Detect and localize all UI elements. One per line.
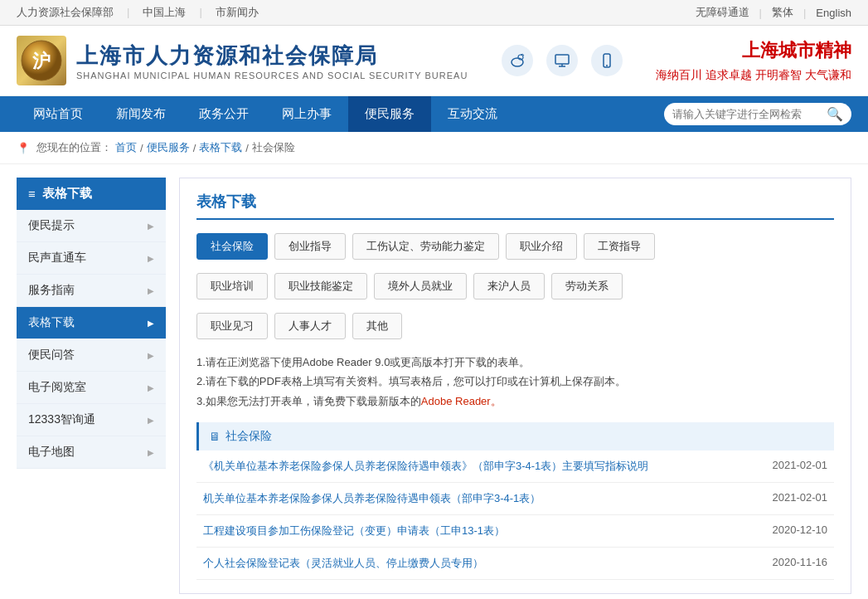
divider1: | xyxy=(759,7,762,19)
category-tabs-row2: 职业培训 职业技能鉴定 境外人员就业 来沪人员 劳动关系 xyxy=(196,273,834,300)
breadcrumb-sep3: / xyxy=(245,142,249,154)
cat-voc-training[interactable]: 职业培训 xyxy=(196,273,268,300)
logo-icon: 沪 xyxy=(17,36,66,85)
traditional-chinese-link[interactable]: 繁体 xyxy=(772,5,793,20)
form-date: 2021-02-01 xyxy=(751,450,834,483)
search-icon[interactable]: 🔍 xyxy=(827,106,843,122)
adobe-reader-link[interactable]: Adobe Reader。 xyxy=(421,395,502,407)
top-bar: 人力资源社会保障部 中国上海 市新闻办 无障碍通道 | 繁体 | English xyxy=(0,0,868,26)
desktop-icon[interactable] xyxy=(546,45,578,76)
cat-social-insurance[interactable]: 社会保险 xyxy=(196,233,268,260)
table-row: 个人社会保险登记表（灵活就业人员、停止缴费人员专用） 2020-11-16 xyxy=(196,548,834,580)
form-link[interactable]: 个人社会保险登记表（灵活就业人员、停止缴费人员专用） xyxy=(203,557,483,569)
breadcrumb-sep2: / xyxy=(193,142,196,154)
breadcrumb-citizen[interactable]: 便民服务 xyxy=(147,140,190,155)
content-title: 表格下载 xyxy=(196,192,834,220)
breadcrumb-sep1: / xyxy=(140,142,143,154)
arrow-icon: ▶ xyxy=(148,254,154,263)
instructions: 1.请在正浏览器下使用Adobe Reader 9.0或更高版本打开下载的表单。… xyxy=(196,353,834,411)
breadcrumb-label: 您现在的位置： xyxy=(36,140,112,155)
header: 沪 上海市人力资源和社会保障局 SHANGHAI MUNICIPAL HUMAN… xyxy=(0,26,868,96)
nav-search: 🔍 xyxy=(664,103,851,125)
logo-area: 沪 上海市人力资源和社会保障局 SHANGHAI MUNICIPAL HUMAN… xyxy=(17,36,468,85)
city-spirit-title: 上海城市精神 xyxy=(742,38,851,63)
form-date: 2021-02-01 xyxy=(751,483,834,515)
nav-news[interactable]: 新闻发布 xyxy=(99,96,182,132)
svg-text:沪: 沪 xyxy=(32,51,51,71)
forms-table: 《机关单位基本养老保险参保人员养老保险待遇申领表》（部申字3-4-1表）主要填写… xyxy=(196,450,834,580)
table-row: 机关单位基本养老保险参保人员养老保险待遇申领表（部申字3-4-1表） 2021-… xyxy=(196,483,834,515)
cat-talent[interactable]: 人事人才 xyxy=(274,313,346,339)
section-icon: 🖥 xyxy=(209,430,221,443)
top-link-hrss[interactable]: 人力资源社会保障部 xyxy=(17,5,129,20)
arrow-icon: ▶ xyxy=(148,448,154,457)
top-link-news[interactable]: 市新闻办 xyxy=(216,5,259,20)
form-link[interactable]: 《机关单位基本养老保险参保人员养老保险待遇申领表》（部申字3-4-1表）主要填写… xyxy=(203,460,648,472)
org-name: 上海市人力资源和社会保障局 xyxy=(76,41,468,71)
logo-text: 上海市人力资源和社会保障局 SHANGHAI MUNICIPAL HUMAN R… xyxy=(76,41,468,80)
table-row: 《机关单位基本养老保险参保人员养老保险待遇申领表》（部申字3-4-1表）主要填写… xyxy=(196,450,834,483)
cat-labor-relations[interactable]: 劳动关系 xyxy=(551,273,623,300)
cat-entrepreneurship[interactable]: 创业指导 xyxy=(274,233,346,260)
divider2: | xyxy=(803,7,806,19)
sidebar-item-faq[interactable]: 便民问答 ▶ xyxy=(17,339,166,372)
list-icon: ≡ xyxy=(28,187,36,201)
form-link[interactable]: 工程建设项目参加工伤保险登记（变更）申请表（工申13-1表） xyxy=(203,524,505,537)
accessibility-link[interactable]: 无障碍通道 xyxy=(696,5,749,20)
arrow-icon: ▶ xyxy=(148,416,154,425)
org-name-en: SHANGHAI MUNICIPAL HUMAN RESOURCES AND S… xyxy=(76,71,468,80)
top-bar-left: 人力资源社会保障部 中国上海 市新闻办 xyxy=(17,5,259,20)
cat-voc-skill[interactable]: 职业技能鉴定 xyxy=(274,273,367,300)
form-name-cell: 工程建设项目参加工伤保险登记（变更）申请表（工申13-1表） xyxy=(196,515,751,548)
form-name-cell: 机关单位基本养老保险参保人员养老保险待遇申领表（部申字3-4-1表） xyxy=(196,483,751,515)
search-input[interactable] xyxy=(672,108,822,120)
sidebar-item-forms[interactable]: 表格下载 ▶ xyxy=(17,307,166,339)
cat-salary[interactable]: 工资指导 xyxy=(584,233,655,260)
top-bar-right: 无障碍通道 | 繁体 | English xyxy=(696,5,851,20)
section-header: 🖥 社会保险 xyxy=(196,422,834,450)
category-tabs-row3: 职业见习 人事人才 其他 xyxy=(196,313,834,339)
sidebar-title: ≡ 表格下载 xyxy=(17,178,166,210)
category-tabs-row1: 社会保险 创业指导 工伤认定、劳动能力鉴定 职业介绍 工资指导 xyxy=(196,233,834,260)
nav-government[interactable]: 政务公开 xyxy=(182,96,265,132)
main-content: ≡ 表格下载 便民提示 ▶ 民声直通车 ▶ 服务指南 ▶ 表格下载 ▶ 便民问答… xyxy=(0,164,868,599)
breadcrumb-home[interactable]: 首页 xyxy=(115,140,137,155)
nav-interaction[interactable]: 互动交流 xyxy=(431,96,514,132)
cat-internship[interactable]: 职业见习 xyxy=(196,313,268,339)
sidebar-item-ereader[interactable]: 电子阅览室 ▶ xyxy=(17,372,166,404)
header-social-icons xyxy=(502,45,623,76)
city-spirit-sub: 海纳百川 追求卓越 开明睿智 大气谦和 xyxy=(656,68,851,83)
mobile-icon[interactable] xyxy=(591,45,623,76)
sidebar-item-voice[interactable]: 民声直通车 ▶ xyxy=(17,242,166,275)
breadcrumb: 📍 您现在的位置： 首页 / 便民服务 / 表格下载 / 社会保险 xyxy=(0,132,868,164)
nav-online-service[interactable]: 网上办事 xyxy=(265,96,348,132)
arrow-icon: ▶ xyxy=(148,351,154,360)
location-icon: 📍 xyxy=(17,142,30,154)
cat-injury[interactable]: 工伤认定、劳动能力鉴定 xyxy=(352,233,499,260)
form-date: 2020-12-10 xyxy=(751,515,834,548)
cat-foreign-emp[interactable]: 境外人员就业 xyxy=(374,273,467,300)
nav-home[interactable]: 网站首页 xyxy=(17,96,99,132)
sidebar-item-12333[interactable]: 12333智询通 ▶ xyxy=(17,404,166,436)
english-link[interactable]: English xyxy=(816,7,851,19)
sidebar-item-map[interactable]: 电子地图 ▶ xyxy=(17,436,166,469)
sidebar-item-notice[interactable]: 便民提示 ▶ xyxy=(17,210,166,242)
table-row: 工程建设项目参加工伤保险登记（变更）申请表（工申13-1表） 2020-12-1… xyxy=(196,515,834,548)
arrow-icon: ▶ xyxy=(148,319,154,328)
breadcrumb-forms[interactable]: 表格下载 xyxy=(199,140,242,155)
content-area: 表格下载 社会保险 创业指导 工伤认定、劳动能力鉴定 职业介绍 工资指导 职业培… xyxy=(179,178,851,594)
weibo-icon[interactable] xyxy=(502,45,533,76)
nav-citizen-service[interactable]: 便民服务 xyxy=(348,96,431,132)
svg-point-8 xyxy=(606,65,608,66)
cat-job-intro[interactable]: 职业介绍 xyxy=(506,233,577,260)
sidebar: ≡ 表格下载 便民提示 ▶ 民声直通车 ▶ 服务指南 ▶ 表格下载 ▶ 便民问答… xyxy=(17,178,166,594)
form-link[interactable]: 机关单位基本养老保险参保人员养老保险待遇申领表（部申字3-4-1表） xyxy=(203,492,541,504)
top-link-shanghai[interactable]: 中国上海 xyxy=(143,5,201,20)
form-date: 2020-11-16 xyxy=(751,548,834,580)
city-spirit: 上海城市精神 海纳百川 追求卓越 开明睿智 大气谦和 xyxy=(656,38,851,83)
cat-other[interactable]: 其他 xyxy=(352,313,402,339)
section-label: 社会保险 xyxy=(225,429,272,444)
cat-shanghai-people[interactable]: 来沪人员 xyxy=(473,273,545,300)
sidebar-item-guide[interactable]: 服务指南 ▶ xyxy=(17,275,166,307)
arrow-icon: ▶ xyxy=(148,383,154,392)
